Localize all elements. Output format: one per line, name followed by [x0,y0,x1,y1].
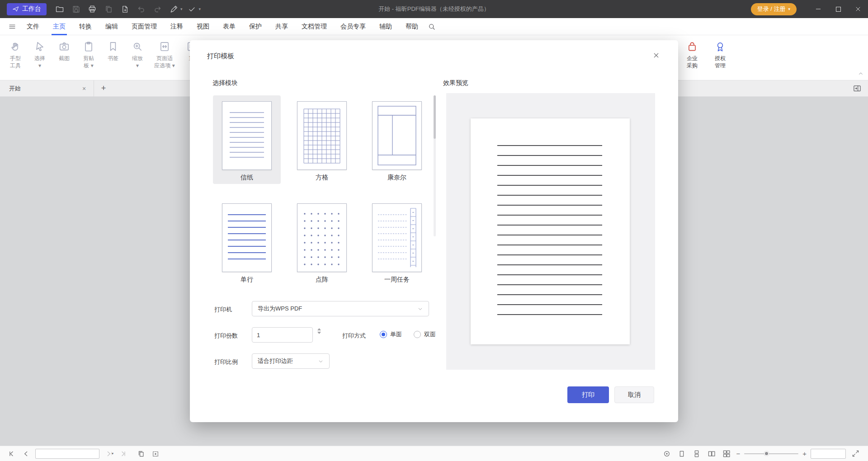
menu-item-help[interactable]: 帮助 [399,18,425,35]
page-number-input[interactable] [36,449,111,458]
menu-item-accessibility[interactable]: 辅助 [373,18,399,35]
facing-view-button[interactable] [706,448,717,459]
preview-lines [497,145,602,315]
next-page-button[interactable] [103,448,114,459]
print-button[interactable] [85,3,99,15]
zoom-in-button[interactable]: + [802,450,807,457]
menu-item-page-manage[interactable]: 页面管理 [125,18,164,35]
close-icon [854,5,862,13]
facing-continuous-icon [722,450,731,458]
menu-item-comment[interactable]: 注释 [164,18,190,35]
snapshot-copy-button[interactable] [136,448,146,459]
template-letter[interactable]: 信纸 [213,95,281,184]
tab-start[interactable]: 开始 × [0,80,94,97]
template-cornell[interactable]: 康奈尔 [363,95,431,184]
cancel-button[interactable]: 取消 [614,386,654,403]
facing-continuous-view-button[interactable] [721,448,732,459]
tool-snapshot[interactable]: 截图 [52,40,76,70]
workspace-button[interactable]: 工作台 [7,3,47,15]
template-weekly-tasks[interactable]: 一周任务 [363,198,431,286]
template-cornell-thumbnail [372,101,422,170]
menu-item-form[interactable]: 表单 [216,18,242,35]
continuous-view-button[interactable] [691,448,702,459]
menu-search-button[interactable] [428,23,436,31]
tool-bookmark[interactable]: 书签 [101,40,125,70]
last-page-button[interactable] [118,448,128,459]
menu-item-doc-manage[interactable]: 文档管理 [295,18,334,35]
pen-tool-button[interactable] [167,3,180,15]
titlebar: 工作台 ▾ ▾ 开始 - 福昕PDF编辑器（未经授权的产品） 登录 / 注册 ▾ [0,0,868,18]
printer-value: 导出为WPS PDF [258,305,302,313]
printer-select[interactable]: 导出为WPS PDF [252,301,429,316]
dialog-close-button[interactable] [650,49,662,61]
create-pdf-button[interactable] [118,3,132,15]
undo-button[interactable] [134,3,148,15]
copies-decrement-button[interactable] [317,332,321,334]
panel-toggle-button[interactable] [853,84,862,93]
tool-label: 选择 [34,55,45,62]
template-single-line[interactable]: 单行 [213,198,281,286]
tool-clipboard[interactable]: 剪贴 板 ▾ [77,40,100,70]
radio-single-sided[interactable]: 单面 [380,330,402,339]
template-letter-thumbnail [222,101,272,170]
tool-page-fit-options[interactable]: 页面适 应选项 ▾ [150,40,179,70]
close-window-button[interactable] [848,0,868,18]
tool-label: 手型 [10,55,21,62]
print-scale-select[interactable]: 适合打印边距 [252,353,330,369]
copies-increment-button[interactable] [317,328,321,330]
save-button[interactable] [69,3,83,15]
zoom-out-button[interactable]: − [736,450,740,457]
menu-item-home[interactable]: 主页 [46,18,72,35]
menu-item-share[interactable]: 共享 [269,18,295,35]
zoom-level-box[interactable] [811,449,846,459]
target-icon [663,450,671,458]
maximize-button[interactable] [828,0,848,18]
open-file-button[interactable] [53,3,66,15]
radio-double-sided[interactable]: 双面 [414,330,436,339]
zoom-level-input[interactable] [811,449,845,458]
zoom-slider-thumb[interactable] [764,451,769,456]
tab-close-icon[interactable]: × [80,85,88,92]
menu-label: 注释 [170,23,183,31]
login-register-button[interactable]: 登录 / 注册 ▾ [751,3,797,15]
menu-item-protect[interactable]: 保护 [242,18,269,35]
menu-item-edit[interactable]: 编辑 [99,18,125,35]
copy-button[interactable] [102,3,115,15]
single-page-view-button[interactable] [676,448,687,459]
first-page-button[interactable] [6,448,17,459]
copies-input[interactable] [252,327,313,343]
tool-license-manage[interactable]: 授权 管理 [708,40,732,70]
template-grid[interactable]: 方格 [288,95,356,184]
tool-label: 应选项 ▾ [154,62,175,69]
tool-label: 企业 [687,55,698,62]
minimize-button[interactable] [808,0,828,18]
ribbon-collapse-button[interactable] [857,70,864,77]
tool-label: 书签 [108,55,118,62]
check-tool-dropdown[interactable]: ▾ [199,7,201,11]
tool-zoom[interactable]: 缩放 ▾ [126,40,149,70]
menu-item-file[interactable]: 文件 [20,18,46,35]
template-scrollbar[interactable] [434,95,436,236]
menu-item-member[interactable]: 会员专享 [334,18,373,35]
workspace-logo-icon [12,5,19,13]
fullscreen-button[interactable] [850,448,861,459]
new-tab-button[interactable]: + [97,82,110,95]
scrollbar-thumb[interactable] [434,95,436,139]
print-method-radio-group: 单面 双面 [380,330,436,339]
tool-hand[interactable]: 手型 工具 [4,40,27,70]
tool-enterprise-purchase[interactable]: 企业 采购 [680,40,704,70]
tool-select[interactable]: 选择 ▾ [28,40,52,70]
previous-page-button[interactable] [21,448,32,459]
redo-button[interactable] [151,3,164,15]
check-tool-button[interactable] [185,3,199,15]
focus-mode-button[interactable] [661,448,672,459]
menu-item-convert[interactable]: 转换 [72,18,99,35]
page-number-combobox[interactable]: ▾ [35,449,99,459]
pen-tool-dropdown[interactable]: ▾ [180,7,183,11]
menu-item-view[interactable]: 视图 [190,18,216,35]
zoom-slider[interactable] [744,453,798,454]
print-confirm-button[interactable]: 打印 [567,386,609,403]
template-dot-matrix[interactable]: 点阵 [288,198,356,286]
snapshot-select-button[interactable] [150,448,161,459]
main-menu-button[interactable] [8,23,16,31]
